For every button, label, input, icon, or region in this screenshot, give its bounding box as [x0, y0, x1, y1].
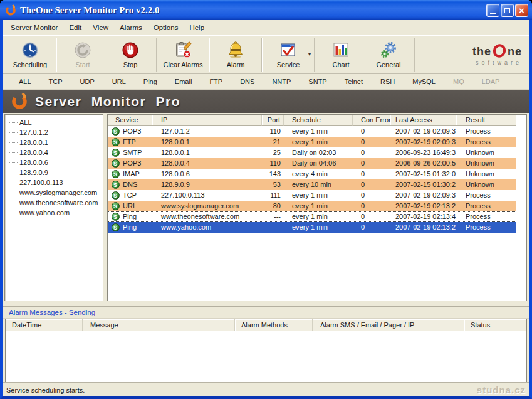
toolbar-button[interactable]: Alarm: [212, 37, 259, 72]
alarm-table: DateTime Message Alarm Methods Alarm SMS…: [5, 319, 527, 383]
tree-item[interactable]: www.yahoo.com: [5, 208, 103, 218]
tree-item[interactable]: 128.0.0.6: [5, 157, 103, 168]
menu-item[interactable]: Alarms: [114, 22, 148, 33]
column-header-status[interactable]: Status: [464, 319, 526, 331]
clear-alarms-icon: [174, 41, 192, 60]
minimize-button[interactable]: [486, 4, 499, 17]
cell-service: Ping: [123, 211, 152, 222]
cell-service: FTP: [123, 137, 152, 147]
service-row[interactable]: S DNS 128.9.0.9 53 every 10 min 0 2007-0…: [108, 179, 516, 190]
cell-schedule: every 10 min: [284, 179, 353, 190]
protocol-tabstrip: ALLTCPUDPURLPingEmailFTPDNSNNTPSNTPTelne…: [3, 74, 529, 90]
protocol-tab[interactable]: TCP: [40, 75, 71, 88]
column-header-ip[interactable]: IP: [152, 115, 262, 126]
toolbar-separator: [156, 38, 157, 72]
tree-item-label: 227.100.0.113: [19, 179, 63, 186]
cell-ip: 128.0.0.6: [152, 169, 262, 179]
service-row[interactable]: S TCP 227.100.0.113 111 every 1 min 0 20…: [108, 190, 516, 201]
toolbar-button[interactable]: Service ▾: [264, 37, 312, 72]
protocol-tab[interactable]: MySQL: [404, 75, 444, 88]
service-status-icon: S: [112, 138, 120, 146]
service-row[interactable]: S Ping www.theonesoftware.com --- every …: [108, 211, 516, 222]
protocol-tab[interactable]: Email: [166, 75, 201, 88]
cell-schedule: every 4 min: [284, 169, 353, 179]
menu-item[interactable]: Edit: [63, 22, 87, 33]
stop-icon: [121, 41, 140, 60]
toolbar-separator: [414, 38, 415, 72]
protocol-tab[interactable]: Ping: [135, 75, 166, 88]
column-header-service[interactable]: Service: [108, 115, 152, 126]
toolbar-button[interactable]: Chart: [317, 37, 365, 72]
protocol-tab[interactable]: MQ: [444, 75, 473, 88]
close-button[interactable]: ×: [515, 4, 528, 17]
toolbar-button[interactable]: Clear Alarms: [159, 37, 207, 72]
toolbar-button[interactable]: Scheduling: [6, 37, 54, 72]
window-title: TheOne Server Monitor Pro v2.2.0: [20, 5, 486, 16]
column-header-datetime[interactable]: DateTime: [6, 319, 83, 331]
cell-schedule: every 1 min: [284, 126, 353, 137]
cell-ip: 128.9.0.9: [152, 179, 262, 190]
service-row[interactable]: S URL www.syslogmanager.com 80 every 1 m…: [108, 201, 516, 211]
column-header-alarm-methods[interactable]: Alarm Methods: [235, 319, 313, 331]
service-row[interactable]: S POP3 128.0.0.4 110 Daily on 04:06 0 20…: [108, 158, 516, 169]
cell-ip: 128.0.0.1: [152, 147, 262, 158]
gears-icon: [379, 41, 398, 60]
cell-service: Ping: [123, 222, 152, 233]
service-row[interactable]: S SMTP 128.0.0.1 25 Daily on 02:03 0 200…: [108, 147, 516, 158]
column-header-alarm-targets[interactable]: Alarm SMS / Email / Pager / IP: [313, 319, 464, 331]
column-header-schedule[interactable]: Schedule: [284, 115, 353, 126]
menu-item[interactable]: Options: [148, 22, 184, 33]
toolbar: Scheduling Start: [3, 35, 529, 74]
column-header-port[interactable]: Port: [262, 115, 284, 126]
tree-item-label: 128.0.0.1: [19, 139, 48, 146]
tree-item[interactable]: ALL: [5, 117, 103, 127]
close-icon: ×: [519, 6, 524, 15]
cell-service: DNS: [123, 179, 152, 190]
cell-con-error: 0: [353, 222, 390, 233]
menu-item[interactable]: View: [87, 22, 114, 33]
column-header-result[interactable]: Result: [456, 115, 516, 126]
tree-item[interactable]: 128.0.0.4: [5, 147, 103, 157]
tree-item[interactable]: www.syslogmanager.com: [5, 188, 103, 198]
protocol-tab[interactable]: Telnet: [336, 75, 372, 88]
alarm-table-body: [6, 331, 526, 382]
column-header-last-access[interactable]: Last Access: [390, 115, 456, 126]
tree-item[interactable]: 128.0.0.1: [5, 137, 103, 147]
cell-schedule: every 1 min: [284, 211, 353, 222]
protocol-tab[interactable]: RSH: [372, 75, 404, 88]
tree-item[interactable]: 128.9.0.9: [5, 168, 103, 178]
tree-connector: [9, 142, 18, 143]
toolbar-button[interactable]: Start: [59, 37, 107, 72]
protocol-tab[interactable]: DNS: [231, 75, 263, 88]
service-row[interactable]: S IMAP 128.0.0.6 143 every 4 min 0 2007-…: [108, 169, 516, 179]
column-header-message[interactable]: Message: [83, 319, 235, 331]
protocol-tab[interactable]: NNTP: [263, 75, 300, 88]
protocol-tab[interactable]: URL: [103, 75, 135, 88]
cell-schedule: every 1 min: [284, 190, 353, 201]
tree-item[interactable]: 127.0.1.2: [5, 127, 103, 137]
service-row[interactable]: S Ping www.yahoo.com --- every 1 min 0 2…: [108, 222, 516, 233]
watermark: studna.cz: [477, 385, 526, 395]
protocol-tab[interactable]: ALL: [10, 75, 40, 88]
service-row[interactable]: S FTP 128.0.0.1 21 every 1 min 0 2007-02…: [108, 137, 516, 147]
service-row[interactable]: S POP3 127.0.1.2 110 every 1 min 0 2007-…: [108, 126, 516, 137]
protocol-tab[interactable]: UDP: [71, 75, 103, 88]
toolbar-separator: [314, 38, 315, 72]
dropdown-arrow-icon[interactable]: ▾: [307, 50, 312, 58]
tree-item-label: www.syslogmanager.com: [19, 189, 97, 196]
column-header-con-error[interactable]: Con Error: [353, 115, 390, 126]
protocol-tab[interactable]: FTP: [201, 75, 231, 88]
tree-item[interactable]: 227.100.0.113: [5, 178, 103, 188]
protocol-tab[interactable]: SNTP: [300, 75, 335, 88]
cell-ip: www.syslogmanager.com: [152, 201, 262, 211]
toolbar-button[interactable]: General: [365, 37, 412, 72]
menu-item[interactable]: Help: [184, 22, 210, 33]
cell-result: Process: [456, 211, 516, 222]
tree-item[interactable]: www.theonesoftware.com: [5, 198, 103, 208]
menu-item[interactable]: Server Monitor: [5, 22, 63, 33]
cell-ip: www.yahoo.com: [152, 222, 262, 233]
tree-connector: [9, 122, 18, 123]
toolbar-button[interactable]: Stop: [107, 37, 154, 72]
protocol-tab[interactable]: LDAP: [473, 75, 509, 88]
maximize-button[interactable]: [501, 4, 514, 17]
